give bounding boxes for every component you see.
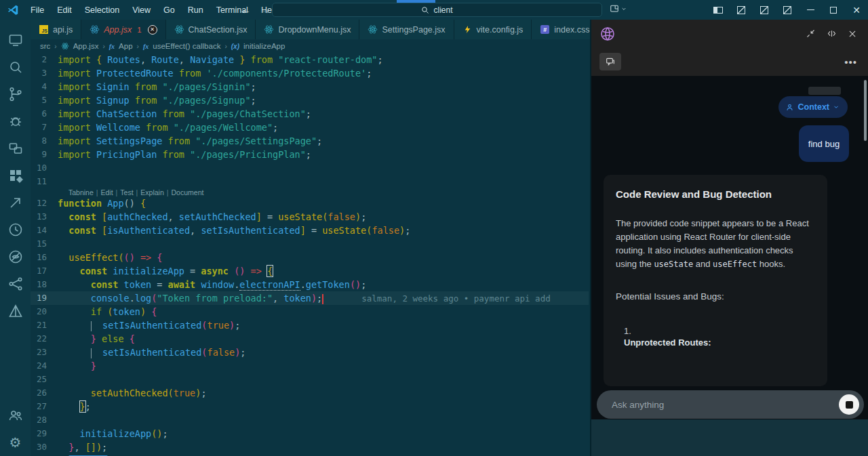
code-text[interactable]: initializeApp(); <box>58 427 589 440</box>
tab-api-js[interactable]: JS api.js <box>31 20 81 39</box>
accounts-icon[interactable] <box>0 402 31 429</box>
lens-action-test[interactable]: Test <box>120 188 133 196</box>
code-line[interactable]: 10 <box>31 161 589 175</box>
tab-chatsection-jsx[interactable]: ChatSection.jsx <box>166 20 256 39</box>
remote-explorer-icon[interactable] <box>0 135 31 162</box>
toggle-sidebar-icon[interactable] <box>730 0 753 20</box>
code-line[interactable]: 19 console.log("Token from preload:", to… <box>31 291 589 305</box>
tab-vite-config-js[interactable]: vite.config.js <box>454 20 532 39</box>
code-line[interactable]: 29 initializeApp(); <box>31 427 589 440</box>
code-line[interactable]: 3import ProtectedRoute from './component… <box>31 66 589 80</box>
code-text[interactable]: setIsAuthenticated(false); <box>58 346 589 359</box>
code-line[interactable]: 2import { Routes, Route, Navigate } from… <box>31 53 589 66</box>
menu-edit[interactable]: Edit <box>57 5 72 15</box>
tab-app-jsx[interactable]: App.jsx 1 ✕ <box>81 20 165 39</box>
code-line[interactable]: 30 }, []); <box>31 440 589 454</box>
code-line[interactable]: 17 const initializeApp = async () => { <box>31 264 589 278</box>
menu-view[interactable]: View <box>132 5 151 15</box>
menu-go[interactable]: Go <box>163 5 175 15</box>
tab-dropdownmenu-jsx[interactable]: DropdownMenu.jsx <box>256 20 359 39</box>
code-text[interactable]: if (token) { <box>58 305 589 318</box>
code-text[interactable]: import ProtectedRoute from './components… <box>58 66 589 80</box>
privacy-extension-icon[interactable] <box>0 243 31 270</box>
code-line[interactable]: 22 } else { <box>31 332 589 346</box>
code-text[interactable]: }, []); <box>58 440 589 454</box>
menu-file[interactable]: File <box>31 5 44 15</box>
code-line[interactable]: 7import Wellcome from "./pages/Wellcome"… <box>31 121 589 134</box>
code-text[interactable]: } <box>58 359 589 373</box>
code-editor[interactable]: 2import { Routes, Route, Navigate } from… <box>31 53 589 456</box>
code-text[interactable]: import ChatSection from "./pages/ChatSec… <box>58 107 589 121</box>
chat-scrollbar[interactable] <box>864 80 867 141</box>
back-arrow-icon[interactable]: ← <box>241 4 251 16</box>
breadcrumb-app[interactable]: App <box>119 42 132 50</box>
panel-layout-icon[interactable] <box>707 0 730 20</box>
code-text[interactable] <box>58 237 589 251</box>
lens-action-explain[interactable]: Explain <box>140 188 163 196</box>
tab-index-css[interactable]: # index.css <box>532 20 598 39</box>
split-icon[interactable] <box>827 28 837 39</box>
maximize-button[interactable] <box>822 0 845 20</box>
code-text[interactable] <box>58 175 589 188</box>
code-line[interactable]: 27 }; <box>31 400 589 413</box>
code-line[interactable]: 6import ChatSection from "./pages/ChatSe… <box>31 107 589 121</box>
close-tab-icon[interactable]: ✕ <box>148 25 157 35</box>
lens-action-tabnine[interactable]: Tabnine <box>68 188 94 196</box>
layout-customize-icon[interactable] <box>610 4 627 14</box>
code-line[interactable]: 15 <box>31 237 589 251</box>
code-text[interactable]: useEffect(() => { <box>58 251 589 264</box>
explorer-icon[interactable] <box>0 26 31 54</box>
ask-anything-input[interactable] <box>597 400 839 410</box>
navigate-extension-icon[interactable] <box>0 189 31 216</box>
code-text[interactable]: setIsAuthenticated(true); <box>58 318 589 332</box>
code-line[interactable]: 23 setIsAuthenticated(false); <box>31 346 589 359</box>
share-extension-icon[interactable] <box>0 270 31 297</box>
source-control-icon[interactable] <box>0 81 31 108</box>
tab-settingspage-jsx[interactable]: SettingsPage.jsx <box>359 20 454 39</box>
collapse-icon[interactable] <box>806 28 816 39</box>
search-icon[interactable] <box>0 54 31 81</box>
code-text[interactable] <box>58 413 589 427</box>
breadcrumb-initializeapp[interactable]: initializeApp <box>243 42 285 50</box>
code-text[interactable]: const token = await window.electronAPI.g… <box>58 278 589 291</box>
code-text[interactable]: setAuthChecked(true); <box>58 386 589 400</box>
breadcrumb-src[interactable]: src <box>40 42 50 50</box>
code-text[interactable]: import Signin from "./pages/Signin"; <box>58 80 589 94</box>
code-line[interactable]: 18 const token = await window.electronAP… <box>31 278 589 291</box>
close-icon[interactable] <box>848 29 857 39</box>
breadcrumb-file[interactable]: App.jsx <box>73 42 99 50</box>
code-text[interactable] <box>58 161 589 175</box>
code-line[interactable]: 4import Signin from "./pages/Signin"; <box>31 80 589 94</box>
code-line[interactable]: 5import Signup from "./pages/Signup"; <box>31 94 589 107</box>
prism-extension-icon[interactable] <box>0 297 31 325</box>
breadcrumb-useeffect[interactable]: useEffect() callback <box>153 42 220 50</box>
code-line[interactable]: 28 <box>31 413 589 427</box>
code-text[interactable]: console.log("Token from preload:", token… <box>58 291 589 305</box>
run-debug-icon[interactable] <box>0 108 31 135</box>
code-text[interactable]: import SettingsPage from "./pages/Settin… <box>58 134 589 148</box>
forward-arrow-icon[interactable]: → <box>260 4 271 16</box>
code-line[interactable]: 9import PricingPlan from "./pages/Pricin… <box>31 148 589 161</box>
history-extension-icon[interactable] <box>0 216 31 243</box>
code-line[interactable]: 20 if (token) { <box>31 305 589 318</box>
code-line[interactable]: 14 const [isAuthenticated, setIsAuthenti… <box>31 224 589 237</box>
command-center-search[interactable]: client <box>272 3 602 17</box>
code-line[interactable]: 25 <box>31 373 589 386</box>
code-text[interactable] <box>58 373 589 386</box>
code-text[interactable]: import PricingPlan from "./pages/Pricing… <box>58 148 589 161</box>
code-text[interactable]: const initializeApp = async () => { <box>58 264 589 278</box>
breadcrumb[interactable]: src › App.jsx › fx App › fx useEffect() … <box>31 39 590 53</box>
code-text[interactable]: import Wellcome from "./pages/Wellcome"; <box>58 121 589 134</box>
minimize-button[interactable] <box>799 0 822 20</box>
toggle-panel-icon[interactable] <box>753 0 776 20</box>
code-text[interactable]: const [isAuthenticated, setIsAuthenticat… <box>58 224 589 237</box>
chat-bubble-icon[interactable] <box>599 53 621 70</box>
code-line[interactable]: 24 } <box>31 359 589 373</box>
lens-action-document[interactable]: Document <box>172 188 204 196</box>
more-icon[interactable]: ••• <box>844 56 868 68</box>
code-line[interactable]: 12function App() { <box>31 196 589 210</box>
code-text[interactable]: } else { <box>58 332 589 346</box>
code-text[interactable]: const [authChecked, setAuthChecked] = us… <box>58 210 589 224</box>
code-line[interactable]: 11 <box>31 175 589 188</box>
context-button[interactable]: Context <box>778 96 848 118</box>
